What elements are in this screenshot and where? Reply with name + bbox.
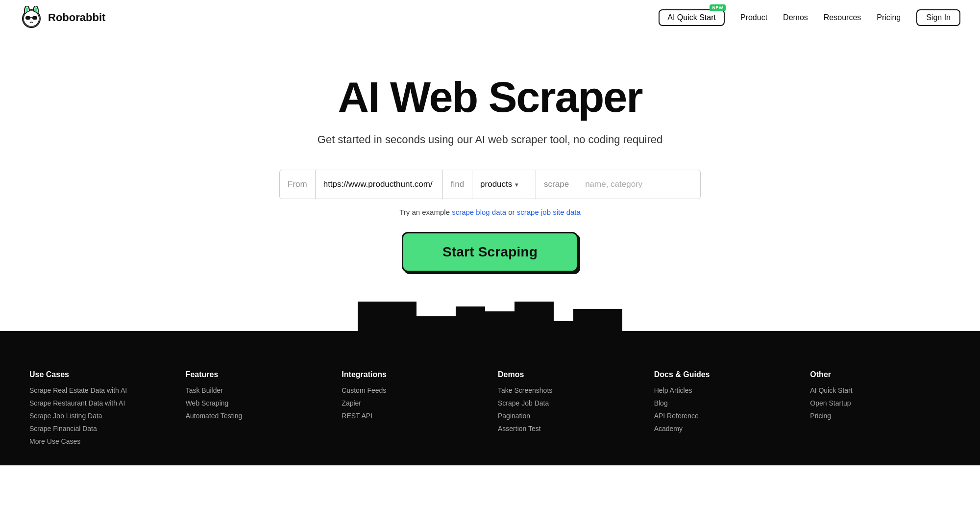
svg-rect-7 [32, 16, 37, 20]
nav-resources-link[interactable]: Resources [824, 13, 861, 22]
list-item[interactable]: REST API [342, 411, 482, 420]
entity-chevron-icon: ▾ [515, 181, 518, 188]
nav-ai-quickstart-button[interactable]: NEW AI Quick Start [659, 9, 725, 26]
form-fields-input[interactable]: name, category [577, 170, 700, 199]
form-url-field[interactable]: https://www.producthunt.com/ [316, 170, 443, 199]
logo-text: Roborabbit [48, 11, 105, 24]
footer-use-cases-list: Scrape Real Estate Data with AI Scrape R… [29, 386, 170, 446]
footer-docs-heading: Docs & Guides [654, 370, 795, 379]
list-item[interactable]: Blog [654, 399, 795, 407]
footer-notch-mask [0, 302, 980, 331]
footer-features-list: Task Builder Web Scraping Automated Test… [186, 386, 326, 420]
ai-quickstart-label: AI Quick Start [667, 13, 716, 22]
svg-point-9 [30, 20, 32, 21]
footer-col-demos: Demos Take Screenshots Scrape Job Data P… [498, 370, 638, 446]
footer-col-other: Other AI Quick Start Open Startup Pricin… [810, 370, 951, 446]
footer-col-docs: Docs & Guides Help Articles Blog API Ref… [654, 370, 795, 446]
signin-button[interactable]: Sign In [916, 9, 960, 26]
list-item[interactable]: Task Builder [186, 386, 326, 395]
footer-col-integrations: Integrations Custom Feeds Zapier REST AP… [342, 370, 482, 446]
footer: Use Cases Scrape Real Estate Data with A… [0, 302, 980, 465]
start-scraping-button[interactable]: Start Scraping [402, 232, 578, 272]
list-item[interactable]: Custom Feeds [342, 386, 482, 395]
list-item[interactable]: Zapier [342, 399, 482, 407]
footer-features-heading: Features [186, 370, 326, 379]
list-item[interactable]: More Use Cases [29, 437, 170, 446]
form-from-label: From [280, 170, 316, 199]
list-item[interactable]: Scrape Real Estate Data with AI [29, 386, 170, 395]
example-job-link[interactable]: scrape job site data [517, 208, 581, 216]
list-item[interactable]: Web Scraping [186, 399, 326, 407]
hero-section: AI Web Scraper Get started in seconds us… [0, 35, 980, 302]
footer-demos-list: Take Screenshots Scrape Job Data Paginat… [498, 386, 638, 433]
form-scrape-label: scrape [536, 170, 577, 199]
footer-other-heading: Other [810, 370, 951, 379]
list-item[interactable]: Open Startup [810, 399, 951, 407]
nav-product-link[interactable]: Product [740, 13, 767, 22]
list-item[interactable]: Pricing [810, 411, 951, 420]
list-item[interactable]: AI Quick Start [810, 386, 951, 395]
form-entity-dropdown[interactable]: products ▾ [472, 170, 536, 199]
footer-use-cases-heading: Use Cases [29, 370, 170, 379]
list-item[interactable]: Scrape Job Data [498, 399, 638, 407]
footer-demos-heading: Demos [498, 370, 638, 379]
footer-docs-list: Help Articles Blog API Reference Academy [654, 386, 795, 433]
navbar-links: NEW AI Quick Start Product Demos Resourc… [659, 9, 960, 26]
svg-rect-6 [25, 16, 30, 20]
list-item[interactable]: Academy [654, 424, 795, 433]
new-badge: NEW [710, 4, 726, 11]
list-item[interactable]: Assertion Test [498, 424, 638, 433]
form-find-label: find [443, 170, 472, 199]
footer-integrations-list: Custom Feeds Zapier REST API [342, 386, 482, 420]
list-item[interactable]: Pagination [498, 411, 638, 420]
list-item[interactable]: Scrape Financial Data [29, 424, 170, 433]
footer-grid: Use Cases Scrape Real Estate Data with A… [29, 370, 951, 446]
hero-title: AI Web Scraper [338, 75, 642, 120]
list-item[interactable]: API Reference [654, 411, 795, 420]
nav-pricing-link[interactable]: Pricing [877, 13, 901, 22]
list-item[interactable]: Automated Testing [186, 411, 326, 420]
list-item[interactable]: Take Screenshots [498, 386, 638, 395]
footer-col-features: Features Task Builder Web Scraping Autom… [186, 370, 326, 446]
logo-icon [20, 6, 43, 29]
list-item[interactable]: Scrape Job Listing Data [29, 411, 170, 420]
logo-link[interactable]: Roborabbit [20, 6, 105, 29]
hero-subtitle: Get started in seconds using our AI web … [318, 133, 662, 146]
navbar: Roborabbit NEW AI Quick Start Product De… [0, 0, 980, 35]
list-item[interactable]: Scrape Restaurant Data with AI [29, 399, 170, 407]
list-item[interactable]: Help Articles [654, 386, 795, 395]
scraper-form: From https://www.producthunt.com/ find p… [279, 170, 701, 199]
footer-col-use-cases: Use Cases Scrape Real Estate Data with A… [29, 370, 170, 446]
footer-integrations-heading: Integrations [342, 370, 482, 379]
example-blog-link[interactable]: scrape blog data [452, 208, 506, 216]
example-text: Try an example scrape blog data or scrap… [399, 208, 581, 216]
nav-demos-link[interactable]: Demos [783, 13, 808, 22]
footer-other-list: AI Quick Start Open Startup Pricing [810, 386, 951, 420]
